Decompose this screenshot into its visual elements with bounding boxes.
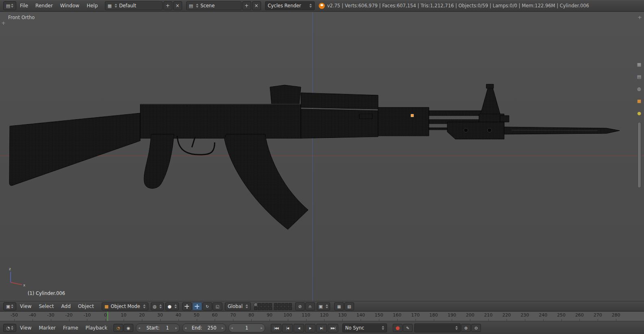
menu-view[interactable]: View <box>16 325 35 331</box>
auto-keyframe-record-button[interactable]: ● <box>393 324 402 332</box>
frame-start-field[interactable]: ◂ Start: 1 ▸ <box>136 323 180 332</box>
lock-time-cursor-toggle[interactable]: ◉ <box>124 324 133 332</box>
pivot-point-selector[interactable]: ● <box>165 302 179 310</box>
translate-manipulator-button[interactable] <box>192 302 202 310</box>
pen-icon: ✎ <box>406 326 409 330</box>
screen-layout-selector[interactable]: ▦ Default <box>105 1 163 10</box>
delete-screen-layout-button[interactable]: × <box>173 1 182 10</box>
properties-tab-world-icon[interactable]: ◍ <box>636 85 642 92</box>
properties-region-collapsed: ▦ ▤ ◍ ■ ● <box>635 11 644 301</box>
jump-to-end-button[interactable]: ▶▶| <box>328 324 338 332</box>
layer-cell[interactable] <box>265 303 268 306</box>
stepper-left-icon[interactable]: ◂ <box>185 326 187 330</box>
jump-to-start-button[interactable]: |◀◀ <box>271 324 281 332</box>
menu-window[interactable]: Window <box>57 3 83 9</box>
key-insert-icon: ⊕ <box>464 326 468 330</box>
current-frame-field[interactable]: ◂ 1 ▸ <box>228 323 265 332</box>
layer-cell[interactable] <box>261 303 265 306</box>
frame-end-field[interactable]: ◂ End: 250 ▸ <box>182 323 226 332</box>
menu-file[interactable]: File <box>16 3 32 9</box>
scale-manipulator-button[interactable]: ◱ <box>213 302 222 310</box>
transform-orientation-selector[interactable]: Global <box>225 302 251 310</box>
layer-cell[interactable] <box>278 307 281 310</box>
layer-group <box>274 303 292 310</box>
menu-object[interactable]: Object <box>74 303 98 309</box>
stepper-right-icon[interactable]: ▸ <box>175 326 177 330</box>
ruler-frame-label: 210 <box>484 312 493 318</box>
ruler-frame-label: 0 <box>104 312 107 318</box>
stepper-right-icon[interactable]: ▸ <box>222 326 224 330</box>
viewport-shading-selector[interactable]: ◍ <box>151 302 164 310</box>
shading-globe-icon: ◍ <box>153 304 157 309</box>
stepper-right-icon[interactable]: ▸ <box>261 326 263 330</box>
play-reverse-button[interactable]: ◀ <box>294 324 304 332</box>
menu-frame[interactable]: Frame <box>59 325 82 331</box>
vertical-scrollbar[interactable] <box>637 122 641 188</box>
menu-render[interactable]: Render <box>32 3 57 9</box>
properties-tab-render-icon[interactable]: ▦ <box>636 61 642 68</box>
delete-scene-button[interactable]: × <box>252 1 261 10</box>
keying-mode-button[interactable]: ✎ <box>403 324 413 332</box>
stepper-left-icon[interactable]: ◂ <box>138 326 140 330</box>
model-handguard <box>301 109 378 138</box>
opengl-render-image-button[interactable]: ▦ <box>334 302 344 310</box>
menu-help[interactable]: Help <box>83 3 101 9</box>
menu-marker[interactable]: Marker <box>35 325 59 331</box>
expand-toolshelf-icon[interactable]: + <box>1 20 6 26</box>
3d-viewport[interactable]: Front Ortho (1) Cylinder.006 + + z x ▦ ▤… <box>0 11 644 301</box>
menu-view[interactable]: View <box>16 303 35 309</box>
snap-element-selector[interactable]: ▣ <box>317 302 330 310</box>
snap-toggle-button[interactable]: ∩ <box>305 302 315 310</box>
preview-range-toggle[interactable]: ◔ <box>113 324 123 332</box>
layer-cell[interactable] <box>274 307 277 310</box>
scale-icon: ◱ <box>215 304 219 309</box>
scene-lock-button[interactable]: ⊘ <box>295 302 305 310</box>
next-keyframe-button[interactable]: ▶| <box>316 324 327 332</box>
layer-cell[interactable] <box>261 307 265 310</box>
opengl-render-animation-button[interactable]: ▧ <box>344 302 354 310</box>
properties-tab-material-icon[interactable]: ● <box>636 110 642 116</box>
current-frame-marker[interactable] <box>107 311 108 321</box>
model-charging-handle <box>359 114 372 119</box>
editor-type-selector[interactable]: ▤ <box>3 1 16 10</box>
insert-keyframe-button[interactable]: ⊕ <box>461 324 471 332</box>
layer-cell[interactable] <box>285 307 288 310</box>
menu-select[interactable]: Select <box>35 303 57 309</box>
layer-cell[interactable] <box>265 307 268 310</box>
sync-mode-selector[interactable]: No Sync <box>342 323 387 332</box>
layer-cell[interactable] <box>269 307 272 310</box>
layer-cell[interactable] <box>269 303 272 306</box>
properties-tab-object-icon[interactable]: ■ <box>636 98 642 104</box>
properties-tab-scene-icon[interactable]: ▤ <box>636 73 642 80</box>
menu-playback[interactable]: Playback <box>82 325 111 331</box>
layer-cell[interactable] <box>254 303 257 306</box>
mode-selector[interactable]: ■ Object Mode <box>102 302 148 310</box>
layer-cell[interactable] <box>274 303 277 306</box>
editor-type-selector[interactable]: ◔ <box>3 324 16 332</box>
previous-keyframe-button[interactable]: |◀ <box>282 324 293 332</box>
timeline-ruler[interactable]: -50-40-30-20-100102030405060708090100110… <box>0 311 644 321</box>
layer-cell[interactable] <box>258 307 261 310</box>
layer-cell[interactable] <box>285 303 288 306</box>
wireframe-model[interactable] <box>0 11 644 301</box>
manipulator-toggle-button[interactable] <box>182 302 192 310</box>
stepper-left-icon[interactable]: ◂ <box>231 326 233 330</box>
rotate-manipulator-button[interactable]: ↻ <box>202 302 212 310</box>
layer-cell[interactable] <box>281 307 285 310</box>
layer-cell[interactable] <box>258 303 261 306</box>
keying-set-selector[interactable] <box>414 323 461 332</box>
delete-keyframe-button[interactable]: ⊖ <box>471 324 481 332</box>
play-button[interactable]: ▶ <box>305 324 315 332</box>
layer-cell[interactable] <box>281 303 285 306</box>
menu-add[interactable]: Add <box>58 303 74 309</box>
layer-cell[interactable] <box>289 303 292 306</box>
add-scene-button[interactable]: + <box>242 1 251 10</box>
add-screen-layout-button[interactable]: + <box>163 1 172 10</box>
layer-cell[interactable] <box>254 307 257 310</box>
layer-cell[interactable] <box>278 303 281 306</box>
ruler-frame-label: 150 <box>375 312 383 318</box>
editor-type-selector[interactable]: ▣ <box>3 302 16 310</box>
scene-selector[interactable]: ▤ Scene <box>186 1 242 10</box>
layer-cell[interactable] <box>289 307 292 310</box>
render-engine-selector[interactable]: Cycles Render <box>265 1 315 10</box>
